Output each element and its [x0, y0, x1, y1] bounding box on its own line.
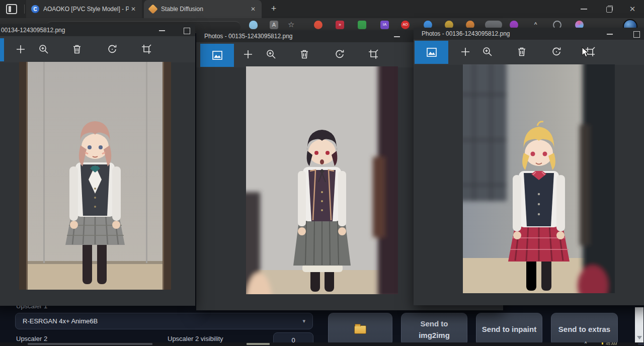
close-tab-icon[interactable]: ✕ [249, 5, 258, 14]
taskbar-app-button[interactable] [247, 343, 270, 345]
tray-expand-icon[interactable]: ^ [585, 341, 587, 346]
browser-tab-civitai[interactable]: C AOAOKO [PVC Style Model] - PV ✕ [26, 0, 142, 18]
zoom-button[interactable] [480, 44, 495, 59]
rotate-button[interactable] [105, 42, 120, 57]
maximize-button[interactable] [629, 30, 644, 38]
zoom-button[interactable] [36, 42, 51, 57]
upscaler1-dropdown[interactable]: R-ESRGAN 4x+ Anime6B ▾ [15, 313, 313, 329]
civitai-favicon-icon: C [31, 5, 39, 13]
browser-close-button[interactable]: ✕ [625, 5, 640, 13]
extension-icon[interactable] [314, 21, 323, 29]
stable-diffusion-favicon-icon [148, 4, 158, 14]
extension-icon[interactable]: » [336, 21, 344, 29]
extension-icon[interactable]: AO [401, 21, 410, 29]
add-photo-button[interactable] [13, 42, 28, 57]
photos-toolbar [0, 36, 195, 62]
tab-title: Stable Diffusion [161, 6, 249, 13]
extension-icon[interactable] [358, 21, 366, 29]
minimize-button[interactable] [603, 30, 618, 38]
image-icon [211, 49, 223, 61]
photo-00136[interactable] [463, 64, 615, 293]
minimize-button[interactable] [390, 32, 405, 40]
taskbar[interactable]: ^ 45 AM [0, 342, 644, 346]
tab-separator [24, 5, 25, 14]
send-to-img2img-button[interactable]: Send to img2img [401, 313, 467, 346]
crop-button[interactable] [139, 42, 154, 57]
extension-icon[interactable] [249, 21, 258, 29]
tab-actions-icon[interactable] [6, 4, 17, 14]
photo-00135[interactable] [246, 66, 398, 294]
photos-window-00134: 00134-1243095812.png [0, 24, 195, 306]
photos-window-00136: Photos - 00136-1243095812.png [414, 28, 644, 305]
photo-00134[interactable] [19, 62, 171, 290]
crop-button[interactable] [366, 47, 381, 62]
image-view-button[interactable] [0, 38, 4, 61]
scrollbar-down-arrow-icon[interactable] [637, 336, 642, 339]
tab-title: AOAOKO [PVC Style Model] - PV [43, 6, 129, 13]
browser-tab-stable-diffusion[interactable]: Stable Diffusion ✕ [144, 0, 262, 18]
zoom-button[interactable] [264, 47, 279, 62]
mouse-cursor [581, 47, 591, 58]
taskbar-apps-area[interactable] [28, 343, 152, 345]
open-output-folder-button[interactable] [328, 313, 392, 346]
delete-button[interactable] [297, 47, 312, 62]
browser-restore-button[interactable] [602, 5, 617, 13]
show-desktop-button[interactable] [638, 343, 644, 345]
delete-button[interactable] [69, 42, 85, 57]
chevron-down-icon: ▾ [302, 318, 305, 324]
notification-icon [602, 342, 603, 344]
desktop: C AOAOKO [PVC Style Model] - PV ✕ Stable… [0, 0, 644, 346]
image-view-button[interactable] [415, 41, 448, 64]
extension-icon[interactable]: A [270, 21, 278, 29]
send-to-inpaint-button[interactable]: Send to inpaint [476, 313, 542, 346]
minimize-button[interactable] [155, 26, 170, 34]
upscaler2-label: Upscaler 2 [16, 335, 47, 342]
delete-button[interactable] [514, 44, 529, 59]
upscaler2-visibility-label: Upscaler 2 visibility [168, 335, 223, 342]
folder-icon [354, 325, 366, 334]
new-tab-button[interactable]: + [269, 4, 279, 14]
window-title: Photos - 00136-1243095812.png [422, 30, 510, 37]
favorites-star-icon[interactable]: ☆ [288, 21, 296, 29]
add-photo-button[interactable] [458, 44, 473, 59]
upscaler1-value: R-ESRGAN 4x+ Anime6B [23, 317, 98, 325]
page-scrollbar[interactable] [635, 307, 643, 346]
add-photo-button[interactable] [240, 47, 256, 62]
browser-minimize-button[interactable] [577, 5, 592, 13]
window-title: 00134-1243095812.png [1, 27, 65, 34]
maximize-button[interactable] [179, 26, 194, 34]
image-view-button[interactable] [200, 44, 234, 67]
taskbar-clock[interactable]: 45 AM [606, 341, 617, 346]
close-tab-icon[interactable]: ✕ [129, 5, 138, 14]
extension-icon[interactable]: IA [380, 21, 389, 29]
rotate-button[interactable] [332, 47, 347, 62]
rotate-button[interactable] [549, 44, 564, 59]
window-title: Photos - 00135-1243095812.png [204, 33, 292, 40]
image-icon [426, 46, 438, 58]
